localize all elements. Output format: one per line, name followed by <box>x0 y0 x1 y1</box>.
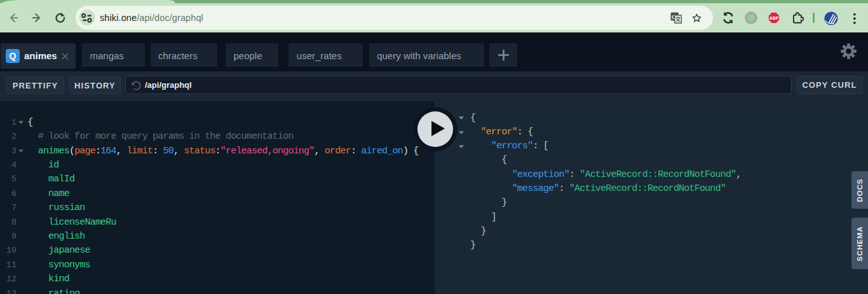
svg-text:ABP: ABP <box>769 15 778 20</box>
